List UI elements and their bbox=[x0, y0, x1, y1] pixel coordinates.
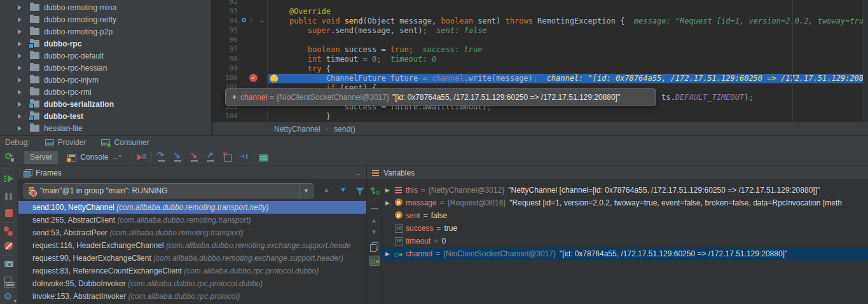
expand-arrow-icon[interactable] bbox=[18, 17, 24, 22]
show-execution-point-icon[interactable] bbox=[137, 152, 147, 162]
run-to-cursor-icon[interactable] bbox=[239, 152, 249, 162]
expand-arrow-icon[interactable]: ▶ bbox=[385, 251, 394, 257]
intention-bulb-icon[interactable] bbox=[270, 74, 278, 82]
folder-icon bbox=[30, 4, 39, 11]
sidebar-item-dubbo-serialization[interactable]: dubbo-serialization bbox=[0, 98, 211, 110]
code-line[interactable]: ChannelFuture future = channel.write(mes… bbox=[268, 74, 863, 83]
code-line[interactable]: @Override bbox=[268, 7, 863, 17]
move-up-icon[interactable] bbox=[369, 216, 380, 226]
frame-row[interactable]: request:116, HeaderExchangeChannel (com.… bbox=[18, 239, 366, 252]
frame-location: send:265, AbstractClient bbox=[32, 216, 117, 225]
sidebar-item-dubbo-rpc[interactable]: dubbo-rpc bbox=[0, 38, 211, 50]
variable-row-success[interactable]: success=true bbox=[382, 222, 868, 235]
breadcrumb-class[interactable]: NettyChannel bbox=[274, 125, 320, 134]
filter-frames-icon[interactable] bbox=[355, 186, 365, 196]
expand-arrow-icon[interactable] bbox=[18, 29, 24, 34]
resume-icon[interactable] bbox=[4, 174, 14, 184]
duplicate-icon[interactable] bbox=[369, 242, 380, 252]
chevron-down-icon[interactable]: ▼ bbox=[299, 184, 313, 198]
sidebar-item-dubbo-remoting-netty[interactable]: dubbo-remoting-netty bbox=[0, 13, 211, 25]
code-line[interactable] bbox=[268, 36, 863, 45]
expand-arrow-icon[interactable]: ▶ bbox=[385, 200, 394, 206]
hide-frames-icon[interactable]: → bbox=[354, 169, 361, 177]
thread-dump-icon[interactable] bbox=[4, 258, 14, 268]
session-tab-provider[interactable]: Provider bbox=[45, 138, 86, 147]
error-stripe[interactable] bbox=[863, 0, 868, 121]
variable-row-this[interactable]: ▶this={NettyChannel@3012}"NettyChannel [… bbox=[382, 184, 868, 197]
variable-row-channel[interactable]: ▶channel={NioClientSocketChannel@3017}"[… bbox=[382, 247, 868, 260]
frame-location: request:116, HeaderExchangeChannel bbox=[32, 241, 166, 250]
expand-arrow-icon[interactable] bbox=[18, 114, 24, 119]
move-down-icon[interactable] bbox=[369, 228, 380, 238]
drop-frame-icon[interactable] bbox=[223, 152, 233, 162]
expand-arrow-icon[interactable] bbox=[18, 5, 24, 10]
sidebar-item-dubbo-remoting-p2p[interactable]: dubbo-remoting-p2p bbox=[0, 25, 211, 38]
variable-row-timeout[interactable]: timeout=0 bbox=[382, 235, 868, 247]
expand-arrow-icon[interactable] bbox=[18, 102, 24, 107]
code-line[interactable]: super.send(message, sent); sent: false bbox=[268, 26, 863, 36]
code-line[interactable]: public void send(Object message, boolean… bbox=[268, 17, 863, 26]
code-token bbox=[271, 26, 308, 35]
settings-icon[interactable] bbox=[4, 292, 14, 302]
navigate-up-icon[interactable]: ↑ bbox=[249, 15, 253, 23]
step-into-icon[interactable]: ↘ bbox=[173, 152, 183, 162]
tab-server[interactable]: Server bbox=[24, 151, 58, 164]
stop-icon[interactable] bbox=[4, 208, 14, 218]
expand-arrow-icon[interactable] bbox=[18, 126, 24, 131]
previous-frame-icon[interactable] bbox=[322, 186, 333, 196]
mute-breakpoints-icon[interactable] bbox=[4, 241, 14, 251]
code-line[interactable] bbox=[268, 0, 863, 7]
thread-selector[interactable]: "main"@1 in group "main": RUNNING ▼ bbox=[24, 183, 313, 198]
rerun-icon[interactable] bbox=[5, 152, 15, 162]
sidebar-item-dubbo-rpc-default[interactable]: dubbo-rpc-default bbox=[0, 50, 211, 62]
line-number: 100 bbox=[216, 74, 238, 82]
expand-arrow-icon[interactable]: ▶ bbox=[385, 187, 394, 193]
step-out-icon[interactable]: ↗ bbox=[206, 152, 216, 162]
code-editor[interactable]: 929394↑⌄9596979899100✓101102103104 @Over… bbox=[212, 0, 868, 135]
expand-arrow-icon[interactable] bbox=[18, 41, 24, 46]
sidebar-item-dubbo-remoting-mina[interactable]: dubbo-remoting-mina bbox=[0, 1, 211, 13]
code-line[interactable]: boolean success = true; success: true bbox=[268, 45, 863, 55]
restore-layout-icon[interactable] bbox=[4, 275, 14, 286]
toolbar-separator bbox=[151, 152, 152, 162]
force-step-into-icon[interactable]: ↘ bbox=[189, 152, 200, 162]
sidebar-item-dubbo-test[interactable]: dubbo-test bbox=[0, 110, 211, 122]
scroll-to-end-icon[interactable]: →* bbox=[111, 153, 121, 161]
project-tree-panel: dubbo-remoting-minadubbo-remoting-nettyd… bbox=[0, 0, 212, 135]
variable-row-message[interactable]: ▶message={Request@3016}"Request [id=1, v… bbox=[382, 197, 868, 209]
variable-row-sent[interactable]: sent=false bbox=[382, 209, 868, 222]
remove-watch-icon[interactable] bbox=[369, 204, 380, 214]
breakpoint-icon[interactable]: ✓ bbox=[249, 74, 258, 82]
add-watch-icon[interactable] bbox=[369, 186, 380, 196]
expand-arrow-icon[interactable] bbox=[18, 90, 24, 95]
breadcrumb-method[interactable]: send() bbox=[334, 125, 355, 134]
show-watches-icon[interactable] bbox=[369, 256, 380, 266]
pause-icon[interactable] bbox=[4, 191, 14, 202]
expand-arrow-icon[interactable] bbox=[18, 53, 24, 59]
frame-row[interactable]: invoke:153, AbstractInvoker (com.alibaba… bbox=[18, 290, 366, 303]
next-frame-icon[interactable] bbox=[339, 186, 349, 196]
expand-value-icon[interactable]: + bbox=[232, 93, 237, 102]
fold-marker-icon[interactable]: ⌄ bbox=[259, 17, 265, 24]
frame-row[interactable]: request:90, HeaderExchangeClient (com.al… bbox=[18, 252, 366, 265]
code-line[interactable]: try { bbox=[268, 64, 863, 74]
evaluate-expression-icon[interactable] bbox=[259, 154, 268, 162]
expand-arrow-icon[interactable] bbox=[18, 66, 24, 71]
frame-row[interactable]: send:53, AbstractPeer (com.alibaba.dubbo… bbox=[18, 226, 366, 239]
step-over-icon[interactable]: ↷ bbox=[156, 152, 167, 162]
frame-row[interactable]: request:83, ReferenceCountExchangeClient… bbox=[18, 265, 366, 277]
frame-row[interactable]: send:265, AbstractClient (com.alibaba.du… bbox=[18, 214, 366, 226]
sidebar-item-hessian-lite[interactable]: hessian-lite bbox=[0, 122, 211, 134]
frame-row[interactable]: send:100, NettyChannel (com.alibaba.dubb… bbox=[18, 201, 366, 214]
frame-row[interactable]: doInvoke:95, DubboInvoker (com.alibaba.d… bbox=[18, 277, 366, 290]
expand-arrow-icon[interactable] bbox=[18, 78, 24, 83]
sidebar-item-dubbo-rpc-hessian[interactable]: dubbo-rpc-hessian bbox=[0, 62, 211, 74]
sidebar-item-dubbo-rpc-rmi[interactable]: dubbo-rpc-rmi bbox=[0, 86, 211, 98]
code-line[interactable]: int timeout = 0; timeout: 0 bbox=[268, 55, 863, 64]
session-tab-consumer[interactable]: Consumer bbox=[101, 138, 149, 147]
code-line[interactable]: } bbox=[268, 112, 863, 121]
variables-panel-header: Variables bbox=[367, 166, 868, 180]
tab-console[interactable]: Console →* bbox=[62, 151, 127, 164]
view-breakpoints-icon[interactable] bbox=[4, 226, 14, 236]
sidebar-item-dubbo-rpc-injvm[interactable]: dubbo-rpc-injvm bbox=[0, 74, 211, 86]
